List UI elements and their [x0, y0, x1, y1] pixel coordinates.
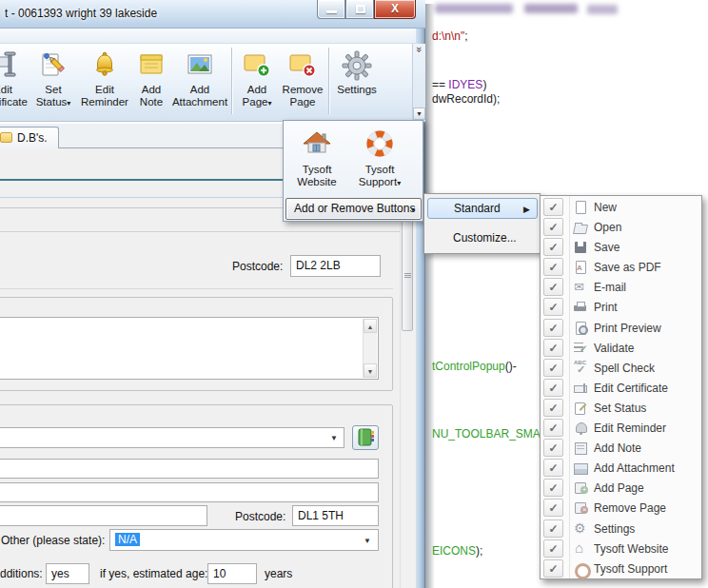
combo-input[interactable]: ▼	[0, 427, 344, 448]
checkbox[interactable]: ✓	[543, 198, 563, 216]
menu-item-validate[interactable]: ✓Validate	[541, 339, 701, 359]
menu-item-open[interactable]: ✓Open	[541, 218, 701, 238]
preview-icon	[573, 321, 588, 336]
menu-item-edit-certificate[interactable]: ✓Edit Certificate	[541, 379, 701, 399]
code-line: d:\n\n";	[432, 29, 468, 43]
minimize-icon	[326, 10, 337, 13]
button-label: Remove	[279, 84, 326, 96]
menu-item-save[interactable]: ✓Save	[541, 238, 701, 258]
remove-page-button[interactable]: Remove Page	[279, 45, 326, 119]
button-label: Support▾	[348, 176, 411, 189]
title-bar[interactable]: t - 0061393 wright 39 lakeside X	[0, 0, 425, 29]
code-line: tControlPopup()-	[432, 360, 517, 373]
settings-icon	[573, 521, 588, 537]
menu-item-save-as-pdf[interactable]: ✓Save as PDF	[541, 258, 701, 278]
menu-item-tysoft-support[interactable]: ✓Tysoft Support	[541, 559, 701, 579]
checkbox[interactable]: ✓	[543, 539, 563, 558]
menu-item-spell-check[interactable]: ✓Spell Check	[541, 359, 701, 379]
restore-button[interactable]	[345, 0, 374, 19]
button-label: Add	[132, 84, 170, 96]
checkbox[interactable]: ✓	[543, 379, 563, 397]
close-button[interactable]: X	[374, 0, 416, 19]
checkbox[interactable]: ✓	[543, 339, 563, 357]
status-icon	[573, 401, 588, 416]
menu-item-set-status[interactable]: ✓Set Status	[541, 399, 701, 419]
menu-item-remove-page[interactable]: ✓Remove Page	[541, 499, 701, 519]
menu-item-print[interactable]: ✓Print	[541, 298, 701, 318]
additions-input[interactable]: yes	[46, 563, 89, 584]
checkbox[interactable]: ✓	[543, 499, 563, 517]
address-book-icon	[353, 426, 378, 449]
edit-reminder-icon	[77, 49, 132, 84]
checkbox[interactable]: ✓	[543, 319, 563, 337]
button-label: Attachment	[170, 96, 229, 108]
checkbox[interactable]: ✓	[543, 278, 563, 296]
menu-item-standard[interactable]: Standard ▶	[427, 198, 538, 219]
button-label: Settings	[332, 84, 382, 96]
checkbox[interactable]: ✓	[543, 459, 563, 477]
textarea-scrollbar[interactable]: ▲ ▼	[363, 319, 377, 378]
minimize-button[interactable]	[317, 0, 345, 19]
lifebuoy-icon	[348, 127, 411, 164]
toolbar-overflow-button[interactable]: » ▼	[412, 44, 425, 122]
age-input[interactable]: 10	[207, 563, 257, 584]
checkbox[interactable]: ✓	[543, 479, 563, 497]
add-or-remove-buttons[interactable]: Add or Remove Buttons▾	[285, 198, 422, 220]
checkbox[interactable]: ✓	[543, 218, 563, 236]
home-icon	[573, 541, 588, 557]
code-line: == IDYES)	[432, 78, 486, 91]
print-icon	[573, 300, 588, 315]
scrollbar-thumb[interactable]	[402, 219, 413, 331]
postcode-input[interactable]: DL1 5TH	[292, 505, 379, 526]
checkbox[interactable]: ✓	[543, 258, 563, 276]
menu-item-print-preview[interactable]: ✓Print Preview	[541, 319, 701, 339]
set-status-button[interactable]: Set Status▾	[30, 45, 77, 119]
window-shadow	[425, 4, 435, 588]
bell-icon	[573, 421, 588, 436]
menu-item-e-mail[interactable]: ✓E-mail	[541, 278, 701, 298]
menu-item-new[interactable]: ✓New	[541, 198, 701, 218]
dropdown-arrow-icon: ▾	[267, 99, 271, 108]
add-page-button[interactable]: Add Page▾	[235, 45, 279, 119]
blurred-text	[587, 5, 618, 14]
add-remove-menu: Standard ▶ Customize...	[423, 193, 541, 254]
menu-item-settings[interactable]: ✓Settings	[541, 519, 701, 539]
text-input[interactable]	[0, 459, 379, 479]
screenshot-root: d:\n\n";== IDYES)dwRecordId);tControlPop…	[0, 0, 708, 588]
menu-item-tysoft-website[interactable]: ✓Tysoft Website	[541, 539, 701, 559]
checkbox[interactable]: ✓	[543, 238, 563, 256]
tysoft-website-button[interactable]: Tysoft Website	[287, 126, 346, 195]
years-label: years	[265, 567, 292, 580]
checkbox[interactable]: ✓	[543, 399, 563, 417]
menu-item-add-attachment[interactable]: ✓Add Attachment	[541, 459, 701, 479]
checkbox[interactable]: ✓	[543, 419, 563, 437]
menu-item-add-note[interactable]: ✓Add Note	[541, 439, 701, 459]
scroll-down-button[interactable]: ▼	[364, 363, 377, 378]
add-page-icon	[235, 49, 279, 84]
other-combo[interactable]: N/A ▼	[109, 529, 379, 551]
menu-item-edit-reminder[interactable]: ✓Edit Reminder	[541, 419, 701, 439]
checkbox[interactable]: ✓	[543, 559, 563, 578]
menu-band	[0, 29, 416, 44]
checkbox[interactable]: ✓	[543, 359, 563, 377]
menu-item-customize[interactable]: Customize...	[453, 231, 517, 245]
scroll-up-button[interactable]: ▲	[364, 319, 377, 333]
tab-dbs[interactable]: D.B's.	[0, 127, 59, 148]
address-book-button[interactable]	[352, 425, 379, 450]
combo-arrow-icon[interactable]: ▼	[364, 537, 371, 545]
add-attachment-button[interactable]: Add Attachment	[170, 45, 229, 119]
notes-textarea[interactable]: ▲ ▼	[0, 317, 379, 380]
tysoft-support-button[interactable]: Tysoft Support▾	[348, 126, 411, 195]
add-note-button[interactable]: Add Note	[132, 45, 170, 119]
checkbox[interactable]: ✓	[543, 519, 563, 538]
menu-item-add-page[interactable]: ✓Add Page	[541, 479, 701, 499]
checkbox[interactable]: ✓	[543, 439, 563, 457]
combo-arrow-icon[interactable]: ▼	[330, 434, 338, 442]
checkbox[interactable]: ✓	[543, 298, 563, 316]
settings-button[interactable]: Settings	[332, 45, 382, 119]
text-input[interactable]	[0, 505, 207, 526]
postcode-input[interactable]: DL2 2LB	[290, 255, 381, 277]
text-input[interactable]	[0, 482, 379, 502]
edit-certificate-button[interactable]: Edit Certificate	[0, 45, 30, 119]
edit-reminder-button[interactable]: Edit Reminder	[77, 45, 132, 119]
